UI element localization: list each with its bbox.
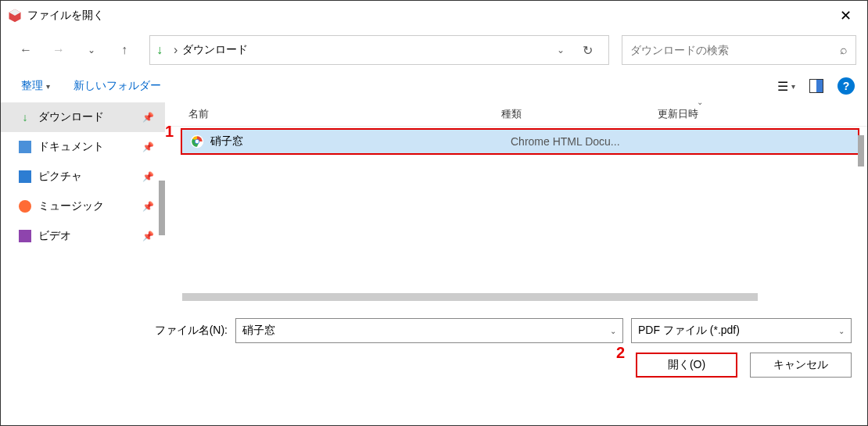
column-type[interactable]: 種類	[501, 107, 658, 121]
file-list: 1 名前 種類 更新日時⌄ 硝子窓 Chrome HTML Docu...	[165, 102, 867, 306]
chrome-icon	[190, 134, 204, 149]
file-type: Chrome HTML Docu...	[511, 135, 667, 148]
recent-button[interactable]: ⌄	[77, 36, 106, 64]
window-title: ファイルを開く	[27, 9, 104, 23]
column-headers[interactable]: 名前 種類 更新日時⌄	[165, 102, 867, 127]
refresh-button[interactable]: ↻	[572, 35, 602, 65]
path-location: ダウンロード	[182, 43, 248, 57]
filename-label: ファイル名(N):	[155, 324, 228, 338]
sidebar-item-videos[interactable]: ビデオ 📌	[1, 221, 165, 251]
search-box[interactable]: ⌕	[622, 35, 856, 65]
filename-input[interactable]: 硝子窓 ⌄	[235, 318, 623, 343]
app-icon	[7, 8, 23, 23]
sidebar-item-label: ミュージック	[38, 199, 104, 213]
column-name[interactable]: 名前	[165, 107, 501, 121]
sidebar-item-documents[interactable]: ドキュメント 📌	[1, 132, 165, 162]
help-button[interactable]: ?	[838, 77, 855, 95]
file-type-filter[interactable]: PDF ファイル (*.pdf) ⌄	[631, 318, 852, 343]
sidebar-item-pictures[interactable]: ピクチャ 📌	[1, 162, 165, 192]
back-button[interactable]: ←	[12, 36, 40, 64]
sort-indicator-icon: ⌄	[697, 98, 703, 106]
cancel-button[interactable]: キャンセル	[750, 353, 852, 378]
organize-menu[interactable]: 整理▾	[21, 79, 50, 93]
view-menu[interactable]: ☰▾	[777, 79, 795, 94]
search-icon: ⌕	[840, 43, 848, 57]
path-separator-icon: ›	[174, 43, 178, 57]
file-row[interactable]: 硝子窓 Chrome HTML Docu...	[181, 128, 859, 155]
forward-button[interactable]: →	[45, 36, 73, 64]
sidebar: ↓ ダウンロード 📌 ドキュメント 📌 ピクチャ 📌 ミュージック 📌 ビデオ …	[1, 102, 165, 306]
sidebar-item-label: ビデオ	[38, 229, 71, 243]
close-button[interactable]: ✕	[830, 2, 861, 29]
sidebar-scrollbar[interactable]	[159, 181, 165, 235]
video-icon	[18, 229, 32, 243]
chevron-down-icon[interactable]: ⌄	[610, 327, 616, 335]
pin-icon: 📌	[142, 141, 154, 152]
address-bar[interactable]: ↓ › ダウンロード ⌄ ↻	[149, 35, 609, 65]
annotation-2: 2	[616, 344, 625, 362]
music-icon	[18, 199, 32, 213]
list-icon: ☰	[777, 79, 788, 94]
sidebar-item-downloads[interactable]: ↓ ダウンロード 📌	[1, 102, 165, 132]
download-icon: ↓	[18, 110, 32, 124]
svg-point-2	[195, 140, 199, 144]
download-icon: ↓	[156, 43, 163, 57]
chevron-down-icon: ⌄	[838, 327, 845, 335]
chevron-down-icon[interactable]: ⌄	[557, 45, 565, 55]
sidebar-item-label: ドキュメント	[38, 140, 104, 154]
annotation-1: 1	[165, 123, 174, 141]
pin-icon: 📌	[142, 231, 154, 242]
pin-icon: 📌	[142, 171, 154, 182]
pin-icon: 📌	[142, 201, 154, 212]
vertical-scrollbar[interactable]	[858, 135, 864, 166]
sidebar-item-label: ピクチャ	[38, 170, 82, 184]
up-button[interactable]: ↑	[110, 36, 138, 64]
document-icon	[18, 140, 32, 154]
search-input[interactable]	[630, 44, 840, 56]
preview-pane-button[interactable]	[809, 79, 823, 93]
sidebar-item-label: ダウンロード	[38, 110, 104, 124]
horizontal-scrollbar[interactable]	[182, 293, 758, 301]
sidebar-item-music[interactable]: ミュージック 📌	[1, 192, 165, 221]
open-button[interactable]: 開く(O)	[636, 353, 737, 378]
picture-icon	[18, 170, 32, 184]
pin-icon: 📌	[142, 112, 154, 123]
column-modified[interactable]: 更新日時⌄	[658, 107, 867, 121]
new-folder-button[interactable]: 新しいフォルダー	[74, 79, 161, 93]
file-name: 硝子窓	[210, 134, 243, 149]
